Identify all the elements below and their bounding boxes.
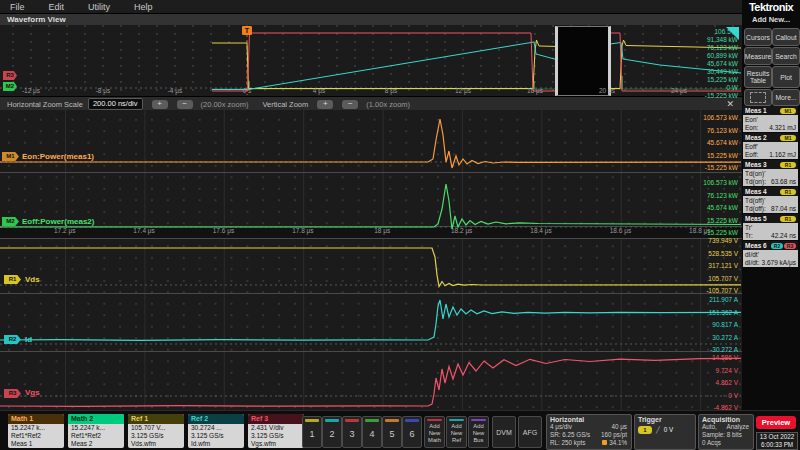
channel-5-button[interactable]: 5 [382,416,402,448]
add-bus-label: Add New Bus [469,423,488,444]
overview-traces [0,25,742,96]
vds-trace-label[interactable]: Vds [25,275,40,284]
meas-3-title: Meas 3 [743,161,767,168]
math1-card[interactable]: Math 1 15.2247 k... Ref1*Ref2 Meas 1 [8,414,64,448]
tektronix-logo: Tektronix [742,1,800,13]
zoom-overview-icon[interactable] [726,27,739,40]
meas-4-value: 87.04 ns [771,205,796,212]
meas-4-label: Td(off): [745,205,766,212]
meas-6-value: 3.679 kA/μs [762,259,796,266]
menu-help[interactable]: Help [124,2,167,12]
h-resolution: 160 ps/pt [601,431,627,439]
screen-capture-button[interactable] [744,89,772,106]
add-new-bus-button[interactable]: Add New Bus [468,416,489,448]
meas-5-block[interactable]: Meas 5 R1 Tr' Tr: 42.24 ns [743,214,798,240]
search-button[interactable]: Search [772,47,800,65]
bottom-status-bar: Math 1 15.2247 k... Ref1*Ref2 Meas 1 Mat… [0,410,800,450]
id-overview-trace [212,42,741,90]
channel-6-button[interactable]: 6 [402,416,422,448]
close-zoom-icon[interactable]: ✕ [726,99,734,109]
channel-1-label: 1 [303,429,321,439]
add-math-color [427,419,442,421]
channel-5-color [385,419,399,422]
math2-card[interactable]: Math 2 15.2247 k... Ref1*Ref2 Meas 2 [68,414,124,448]
meas-2-block[interactable]: Meas 2 M1 Eoff' Eoff: 1.162 mJ [743,133,798,159]
zoom-window-box[interactable] [555,26,611,96]
datetime-display: 13 Oct 2022 6:00:33 PM [756,432,798,450]
trigger-flag[interactable]: T [242,26,252,35]
ref3-card[interactable]: Ref 3 2.431 V/div 3.125 GS/s Vgs.wfm [248,414,304,448]
channel-4-color [365,419,379,422]
cursors-button[interactable]: Cursors [744,28,772,46]
ref2-scale: 30.2724 ... [188,424,244,432]
meas-1-block[interactable]: Meas 1 M1 Eon' Eon: 4.321 mJ [743,106,798,132]
menu-utility[interactable]: Utility [78,2,124,12]
eoff-trace-label[interactable]: Eoff:Power(meas2) [22,217,94,226]
channel-3-button[interactable]: 3 [342,416,362,448]
math2-scale: 15.2247 k... [68,424,124,432]
position-marker-icon [602,440,607,445]
meas-5-line1: Tr' [745,224,752,231]
more-button[interactable]: More... [772,89,800,106]
meas-6-source-badge-1: R2 [771,243,783,249]
channel-3-color [345,419,359,422]
meas-4-source-badge: R1 [780,189,796,195]
h-zoom-scale-value[interactable]: 200.00 ns/div [88,98,143,110]
ref2-card-title: Ref 2 [188,414,244,424]
meas-5-source-badge: R1 [780,216,796,222]
zoom-plot-area[interactable]: 17.2 μs17.4 μs 17.6 μs17.8 μs 18 μs18.2 … [0,110,742,410]
v-zoom-factor: (1.00x zoom) [366,100,410,109]
trigger-panel[interactable]: Trigger 1 ╱ 0 V [634,414,696,450]
meas-3-value: 63.68 ns [771,178,796,185]
h-zoom-plus-button[interactable]: + [152,100,168,109]
channel-2-button[interactable]: 2 [322,416,342,448]
acq-mode: Auto, [702,423,717,431]
eon-trace-label[interactable]: Eon:Power(meas1) [22,152,94,161]
acq-analyze: Analyze [727,423,749,431]
add-new-ref-button[interactable]: Add New Ref [446,416,467,448]
meas-4-title: Meas 4 [743,188,767,195]
channel-4-button[interactable]: 4 [362,416,382,448]
ref1-card-title: Ref 1 [128,414,184,424]
overview-plot[interactable]: T R3 M2 -12 μs-8 μs -4 μs0 s 4 μs8 μs 12… [0,25,742,97]
ref2-card[interactable]: Ref 2 30.2724 ... 3.125 GS/s Id.wfm [188,414,244,448]
tab-waveform-view[interactable]: Waveform View [0,15,66,24]
v-zoom-minus-button[interactable]: − [342,100,358,109]
id-trace-label[interactable]: Id [25,335,32,344]
ref1-card[interactable]: Ref 1 105.707 V... 3.125 GS/s Vds.wfm [128,414,184,448]
vgs-trace-label[interactable]: Vgs [25,388,40,397]
meas-1-line1: Eon' [745,116,758,123]
vds-zoom-trace [0,248,741,287]
math1-scale: 15.2247 k... [8,424,64,432]
meas-6-block[interactable]: Meas 6 R2 R3 dI/dt' dI/dt: 3.679 kA/μs [743,241,798,267]
add-ref-color [449,419,464,421]
acquisition-panel[interactable]: Acquisition Auto,Analyze Sample: 8 bits … [698,414,754,450]
trigger-slope-icon: ╱ [656,426,660,434]
horizontal-panel[interactable]: Horizontal 4 μs/div40 μs SR: 6.25 GS/s16… [546,414,632,450]
meas-4-block[interactable]: Meas 4 R1 Td(off)' Td(off): 87.04 ns [743,187,798,213]
h-zoom-minus-button[interactable]: − [177,100,193,109]
callout-button[interactable]: Callout [772,28,800,46]
preview-button[interactable]: Preview [756,416,796,429]
menu-edit[interactable]: Edit [39,2,79,12]
add-new-math-button[interactable]: Add New Math [424,416,445,448]
meas-3-block[interactable]: Meas 3 R1 Td(on)' Td(on): 63.68 ns [743,160,798,186]
v-zoom-plus-button[interactable]: + [317,100,333,109]
vds-overview-trace [212,40,741,89]
meas-6-line1: dI/dt' [745,251,759,258]
channel-1-button[interactable]: 1 [302,416,322,448]
id-zoom-trace [0,300,741,340]
eoff-power-trace [0,184,741,229]
afg-button[interactable]: AFG [518,416,542,448]
add-new-label: Add New... [742,15,800,24]
plot-button[interactable]: Plot [772,66,800,88]
meas-3-line1: Td(on)' [745,170,765,177]
trigger-source-badge: 1 [638,426,652,434]
ref3-card-title: Ref 3 [248,414,304,424]
menu-file[interactable]: File [0,2,39,12]
measure-button[interactable]: Measure [744,47,772,65]
dvm-button[interactable]: DVM [492,416,516,448]
meas-2-source-badge: M1 [780,135,796,141]
results-table-button[interactable]: Results Table [744,66,772,88]
capture-icon [750,92,766,103]
